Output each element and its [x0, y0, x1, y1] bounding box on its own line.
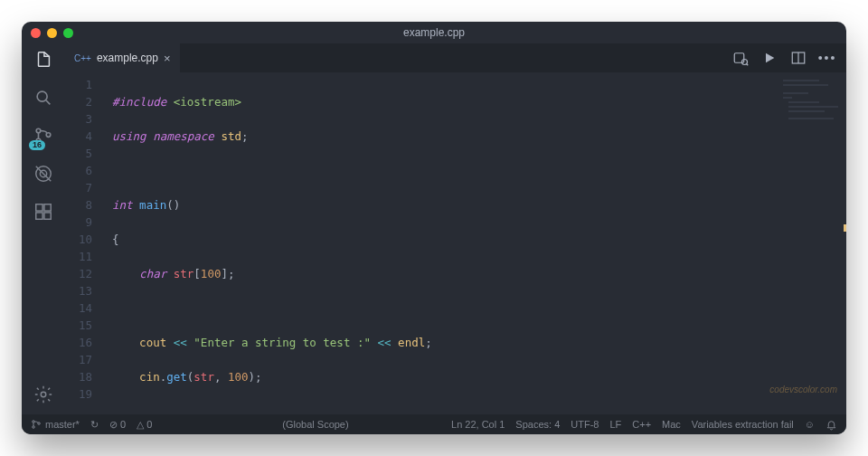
- tab-language-badge: C++: [74, 53, 91, 63]
- window-controls: [31, 28, 73, 38]
- maximize-window-button[interactable]: [63, 28, 73, 38]
- status-branch[interactable]: master*: [31, 419, 80, 430]
- status-sync[interactable]: ↻: [90, 419, 99, 431]
- source-control-icon[interactable]: 16: [33, 125, 54, 147]
- line-number: 8: [65, 196, 92, 214]
- line-number: 18: [65, 368, 92, 385]
- gear-icon[interactable]: [33, 384, 54, 405]
- svg-point-4: [46, 133, 51, 138]
- svg-point-2: [36, 128, 41, 133]
- line-number: 16: [65, 334, 92, 351]
- svg-line-1: [46, 100, 51, 105]
- status-errors[interactable]: ⊘ 0: [109, 419, 126, 431]
- go-to-icon[interactable]: [732, 50, 749, 66]
- status-os[interactable]: Mac: [662, 419, 681, 430]
- run-icon[interactable]: [761, 50, 778, 66]
- scm-badge: 16: [29, 140, 45, 150]
- line-number: 7: [65, 179, 92, 196]
- svg-point-14: [742, 60, 748, 65]
- svg-line-15: [747, 64, 749, 66]
- tab-bar: C++ example.cpp × •••: [65, 43, 846, 72]
- svg-rect-8: [36, 204, 42, 211]
- line-number: 4: [65, 128, 92, 145]
- tab-title: example.cpp: [97, 52, 158, 64]
- line-number: 12: [65, 265, 92, 282]
- window-title: example.cpp: [22, 26, 846, 39]
- line-number: 14: [65, 299, 92, 317]
- code-content[interactable]: #include <iostream> using namespace std;…: [105, 72, 527, 414]
- line-number: 1: [65, 76, 92, 93]
- more-icon[interactable]: •••: [819, 50, 835, 66]
- svg-point-0: [37, 91, 47, 101]
- svg-point-19: [33, 426, 35, 429]
- line-number: 2: [65, 93, 92, 110]
- svg-point-18: [33, 421, 35, 423]
- watermark: codevscolor.com: [769, 385, 837, 394]
- tab-close-icon[interactable]: ×: [164, 52, 171, 65]
- line-number: 11: [65, 248, 92, 265]
- line-number: 6: [65, 162, 92, 179]
- editor-body: 16 C++ example.cpp ×: [22, 43, 846, 414]
- code-editor[interactable]: 1 2 3 4 5 6 7 8 9 10 11 12 13 14 15 16 1: [65, 72, 846, 414]
- status-eol[interactable]: LF: [609, 419, 621, 430]
- svg-rect-9: [44, 204, 51, 211]
- split-editor-icon[interactable]: [790, 50, 807, 66]
- title-bar: example.cpp: [22, 22, 846, 43]
- extensions-icon[interactable]: [33, 201, 54, 223]
- status-feedback-icon[interactable]: ☺: [805, 419, 815, 430]
- editor-actions: •••: [732, 43, 846, 72]
- status-warnings[interactable]: △ 0: [137, 419, 152, 431]
- line-number: 13: [65, 282, 92, 299]
- line-gutter: 1 2 3 4 5 6 7 8 9 10 11 12 13 14 15 16 1: [65, 72, 105, 414]
- search-icon[interactable]: [33, 87, 54, 109]
- status-language[interactable]: C++: [632, 419, 651, 430]
- status-spaces[interactable]: Spaces: 4: [515, 419, 560, 430]
- status-position[interactable]: Ln 22, Col 1: [451, 419, 505, 430]
- editor-window: example.cpp 16: [22, 22, 846, 434]
- line-number: 19: [65, 385, 92, 403]
- debug-icon[interactable]: [33, 163, 54, 185]
- editor-area: C++ example.cpp × •••: [65, 43, 846, 414]
- line-number: 17: [65, 351, 92, 368]
- explorer-icon[interactable]: [33, 49, 54, 71]
- svg-rect-11: [44, 213, 51, 219]
- line-number: 3: [65, 110, 92, 128]
- activity-bar: 16: [22, 43, 65, 414]
- close-window-button[interactable]: [31, 28, 41, 38]
- svg-rect-10: [36, 213, 42, 219]
- status-scope[interactable]: (Global Scope): [282, 419, 348, 430]
- minimize-window-button[interactable]: [47, 28, 57, 38]
- tab-example-cpp[interactable]: C++ example.cpp ×: [65, 43, 180, 72]
- overview-ruler-mark: [844, 224, 846, 232]
- status-encoding[interactable]: UTF-8: [571, 419, 599, 430]
- svg-point-12: [41, 392, 46, 397]
- status-bar: master* ↻ ⊘ 0 △ 0 (Global Scope) Ln 22, …: [22, 414, 846, 434]
- line-number: 15: [65, 317, 92, 334]
- line-number: 9: [65, 214, 92, 231]
- line-number: 5: [65, 145, 92, 162]
- status-message[interactable]: Variables extraction fail: [692, 419, 794, 430]
- line-number: 10: [65, 231, 92, 248]
- bell-icon[interactable]: [826, 419, 837, 431]
